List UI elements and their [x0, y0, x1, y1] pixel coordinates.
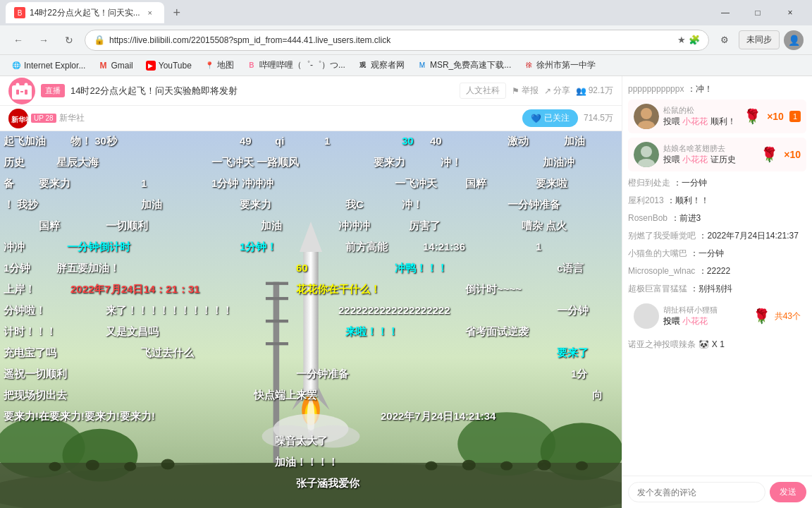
report-button[interactable]: ⚑ 举报 [512, 85, 539, 97]
video-player[interactable]: 起飞加油物！ 30秒49qi13040激动加油历史星辰大海一飞冲天 一路顺风要来… [0, 131, 622, 508]
chat-overlay-msg: 噪音太大了 [275, 435, 328, 448]
viewers-count: 👥 92.1万 [576, 85, 613, 97]
bookmark-label: 徐州市第一中学 [536, 59, 596, 71]
chat-overlay-msg: 胖五要加油！ [56, 262, 120, 275]
send-button[interactable]: 发送 [770, 482, 806, 502]
chat-overlay-msg: 要来力 [374, 156, 405, 169]
ie-icon: 🌐 [11, 61, 21, 71]
new-tab-button[interactable]: + [167, 3, 187, 23]
svg-point-1 [16, 83, 20, 86]
xuzhou-icon: 徐 [524, 61, 534, 71]
extensions-icon[interactable]: ⚙ [715, 30, 734, 50]
chat-overlay-msg: 一分钟准备 [508, 198, 560, 212]
chat-overlay-msg: 激动 [508, 135, 529, 148]
chat-overlay-msg: 来了！！！！！！！！！！ [106, 304, 233, 318]
chat-overlay-msg: 冲！ [441, 156, 462, 169]
gift-sender: 松鼠的松 [663, 105, 739, 116]
chat-list: pppppppppppx ：冲！ 松鼠的松 投喂 小花花 顺利！ 🌹 × [622, 76, 812, 476]
bookmark-msr[interactable]: M MSR_免费高速下载... [412, 58, 517, 73]
chat-overlay-msg: 冲冲冲 [338, 219, 370, 233]
chat-overlay-msg: 张子涵我爱你 [296, 477, 359, 490]
chat-item: 小猫鱼的大嘴巴 ：一分钟 [628, 246, 806, 260]
maps-icon: 📍 [204, 61, 214, 71]
username: 别燃了我受睡觉吧 [628, 231, 696, 241]
url-bar[interactable]: 🔒 https://live.bilibili.com/22015508?spm… [85, 30, 709, 51]
username: pppppppppppx [628, 84, 684, 94]
chat-overlay-msg: 花花你在干什么！ [296, 283, 381, 296]
close-button[interactable]: × [774, 0, 806, 25]
maximize-button[interactable]: □ [742, 0, 774, 25]
chat-overlay-msg: 要来力 [240, 198, 271, 212]
chat-overlay-msg: 冲冲 [4, 241, 25, 254]
sync-button[interactable]: 未同步 [739, 30, 780, 49]
gift-count: ×10 [784, 149, 801, 160]
avatar-img [634, 142, 659, 167]
gift-badge: 1 [789, 111, 801, 122]
gift-flower-icon: 🌹 [753, 308, 770, 325]
chat-overlay-msg: 一分钟倒计时 [67, 241, 130, 254]
username: RosenBob [628, 213, 668, 223]
video-section: 直播 14时22分点火起飞！问天实验舱即将发射 人文社科 ⚑ 举报 ↗ 分享 👥… [0, 76, 622, 508]
chat-input-field[interactable] [628, 482, 765, 502]
chat-content: ：别抖别抖 [690, 284, 732, 294]
forward-button[interactable]: → [34, 30, 54, 50]
gift-notification-large: 胡扯科研小狸猫 投喂 小花花 🌹 共43个 [628, 299, 806, 333]
chat-overlay-msg: 又是文昌吗 [106, 325, 159, 339]
chat-overlay-msg: 14:21:36 [423, 241, 465, 253]
chat-overlay-msg: 来啦！！！ [345, 325, 398, 339]
bookmark-internet-explorer[interactable]: 🌐 Internet Explor... [6, 59, 91, 72]
chat-content: ：顺利！！ [667, 195, 709, 205]
gift-action: 投喂 小花花 [663, 315, 749, 327]
refresh-button[interactable]: ↻ [59, 30, 79, 50]
chat-overlay-msg: 起飞加油 [4, 135, 46, 148]
share-button[interactable]: ↗ 分享 [544, 85, 570, 97]
chat-overlay-msg: 快点端上来罢 [254, 389, 317, 402]
back-button[interactable]: ← [8, 30, 28, 50]
chat-overlay-msg: 加油冲 [543, 156, 574, 169]
share-icon: ↗ [544, 86, 551, 96]
bookmark-gmail[interactable]: M Gmail [92, 59, 138, 72]
profile-avatar[interactable]: 👤 [784, 30, 804, 50]
chat-overlay-msg: 一飞冲天 一路顺风 [211, 156, 299, 169]
bookmark-label: MSR_免费高速下载... [430, 59, 511, 71]
svg-rect-3 [16, 90, 19, 95]
gift-receiver: 小花花 [682, 116, 708, 126]
chat-overlay-msg: 要来力!在要来力!要来力!要来力! [4, 410, 155, 423]
minimize-button[interactable]: — [709, 0, 742, 25]
chat-overlay-msg: 遥祝一切顺利 [4, 368, 67, 381]
chat-content: ：22222 [699, 266, 730, 276]
gift-avatar [634, 142, 659, 167]
bookmark-xuzhou[interactable]: 徐 徐州市第一中学 [518, 58, 601, 73]
gift-action: 投喂 小花花 证历史 [663, 154, 756, 166]
active-tab[interactable]: B 14时22分点火起飞！问天实... × [6, 2, 164, 23]
bookmark-observer[interactable]: 观 观察者网 [352, 58, 410, 73]
gmail-icon: M [98, 61, 108, 71]
chat-overlay-msg: 加油 [564, 135, 585, 148]
chat-overlay-msg: 60 [296, 262, 308, 274]
chat-item: pppppppppppx ：冲！ [628, 82, 806, 95]
chat-overlay-msg: 要来啦 [536, 177, 567, 190]
chat-overlay-msg: 向 [592, 389, 603, 402]
chat-overlay-msg: qi [275, 135, 284, 147]
tab-close-button[interactable]: × [144, 7, 156, 18]
chat-item: 别燃了我受睡觉吧 ：2022年7月24日14:21:37 [628, 229, 806, 242]
chat-overlay-msg: 一分钟 [557, 304, 589, 318]
bookmark-label: 地图 [217, 59, 234, 71]
gift-icon: 🌹 [744, 108, 761, 125]
viewers-icon: 👥 [576, 86, 586, 96]
bookmark-maps[interactable]: 📍 地图 [199, 58, 240, 73]
svg-point-2 [25, 83, 28, 86]
svg-point-43 [641, 146, 652, 157]
gift-sender: 胡扯科研小狸猫 [663, 305, 749, 315]
follow-button[interactable]: 💙 已关注 [522, 109, 578, 127]
svg-point-40 [641, 108, 652, 119]
chat-overlay-msg: 1分钟 [4, 262, 30, 275]
chat-item: RosenBob ：前进3 [628, 211, 806, 224]
category-tag: 人文社科 [460, 83, 506, 99]
chat-overlay: 起飞加油物！ 30秒49qi13040激动加油历史星辰大海一飞冲天 一路顺风要来… [0, 131, 622, 508]
chat-overlay-msg: 1 [324, 135, 330, 147]
username: 超极巨富冒猛猛 [628, 284, 687, 294]
bookmark-youtube[interactable]: ▶ YouTube [140, 59, 197, 72]
bookmark-bilibili[interactable]: B 哔哩哔哩（゜-゜）つ... [241, 58, 351, 73]
avatar-img [634, 104, 659, 129]
